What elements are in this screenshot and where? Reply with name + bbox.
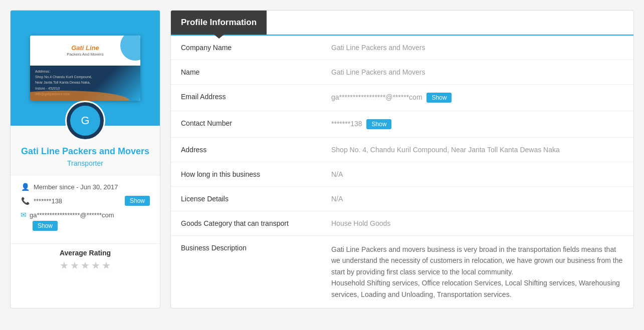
contact-masked: *******138 [34, 197, 121, 205]
field-value-company: Gati Line Packers and Movers [321, 36, 633, 60]
table-row: License Details N/A [171, 187, 633, 211]
profile-header-label: Profile Information [181, 18, 257, 27]
field-label-company: Company Name [171, 36, 321, 60]
sidebar-details: 👤 Member since - Jun 30, 2017 📞 *******1… [11, 175, 160, 243]
field-label-contact: Contact Number [171, 111, 321, 138]
contact-masked-value: *******138 [331, 120, 362, 128]
show-contact-inline-button[interactable]: Show [366, 119, 391, 129]
table-row: Contact Number *******138 Show [171, 111, 633, 138]
phone-icon: 📞 [21, 197, 30, 205]
company-type: Transporter [21, 159, 150, 167]
field-label-license: License Details [171, 187, 321, 211]
show-email-button[interactable]: Show [33, 221, 58, 231]
field-value-desc: Gati Line Packers and movers business is… [321, 236, 633, 308]
member-since-row: 👤 Member since - Jun 30, 2017 [21, 183, 150, 191]
business-card: Gati Line Packers And Movers Address: Sh… [30, 36, 140, 101]
star-4: ★ [91, 259, 100, 271]
star-2: ★ [70, 259, 79, 271]
avatar: G [65, 101, 105, 141]
field-value-contact: *******138 Show [321, 111, 633, 138]
field-value-goods: House Hold Goods [321, 211, 633, 236]
field-label-email: Email Address [171, 85, 321, 111]
sidebar-banner: Gati Line Packers And Movers Address: Sh… [11, 11, 160, 126]
email-masked: ga*****************@******com [30, 211, 114, 219]
field-value-how-long: N/A [321, 162, 633, 187]
field-value-name: Gati Line Packers and Movers [321, 60, 633, 85]
table-row: Address Shop No. 4, Chandu Kuril Compoun… [171, 138, 633, 162]
field-label-goods: Goods Category that can transport [171, 211, 321, 236]
email-masked-value: ga*****************@******com [331, 93, 422, 101]
star-5: ★ [102, 259, 111, 271]
field-label-name: Name [171, 60, 321, 85]
show-email-inline-button[interactable]: Show [426, 93, 452, 103]
field-label-address: Address [171, 138, 321, 162]
email-icon: ✉ [21, 211, 27, 219]
star-1: ★ [60, 259, 69, 271]
profile-info-table: Company Name Gati Line Packers and Mover… [171, 36, 633, 308]
table-row: How long in this business N/A [171, 162, 633, 187]
profile-header: Profile Information [171, 11, 267, 35]
card-sub: Packers And Movers [67, 52, 103, 57]
show-contact-button[interactable]: Show [125, 196, 150, 206]
star-rating: ★ ★ ★ ★ ★ [21, 259, 150, 271]
table-row: Business Description Gati Line Packers a… [171, 236, 633, 308]
avg-rating-section: Average Rating ★ ★ ★ ★ ★ [11, 243, 160, 279]
field-value-license: N/A [321, 187, 633, 211]
sidebar: Gati Line Packers And Movers Address: Sh… [10, 10, 160, 308]
member-since-text: Member since - Jun 30, 2017 [34, 183, 150, 191]
star-3: ★ [81, 259, 90, 271]
table-row: Goods Category that can transport House … [171, 211, 633, 236]
member-icon: 👤 [21, 183, 30, 191]
business-description-text: Gati Line Packers and movers business is… [331, 244, 623, 300]
table-row: Name Gati Line Packers and Movers [171, 60, 633, 85]
email-row: ✉ ga*****************@******com Show [21, 211, 150, 231]
field-label-desc: Business Description [171, 236, 321, 308]
field-value-address: Shop No. 4, Chandu Kuril Compound, Near … [321, 138, 633, 162]
field-value-email: ga*****************@******com Show [321, 85, 633, 111]
company-name[interactable]: Gati Line Packers and Movers [21, 146, 150, 157]
main-content: Profile Information Company Name Gati Li… [170, 10, 634, 308]
field-label-how-long: How long in this business [171, 162, 321, 187]
table-row: Email Address ga*****************@******… [171, 85, 633, 111]
avg-rating-label: Average Rating [21, 249, 150, 257]
profile-header-wrapper: Profile Information [171, 11, 633, 36]
table-row: Company Name Gati Line Packers and Mover… [171, 36, 633, 60]
contact-row: 📞 *******138 Show [21, 196, 150, 206]
card-brand: Gati Line [71, 45, 99, 52]
